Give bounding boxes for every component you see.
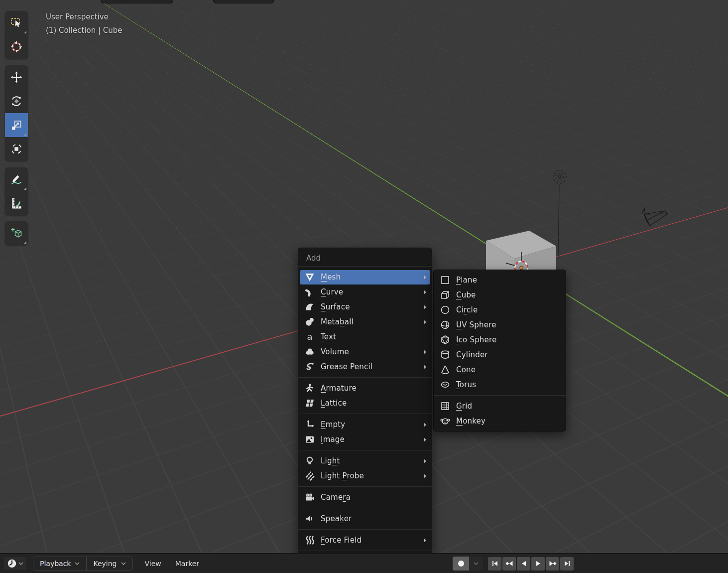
add-menu-title: Add xyxy=(298,248,432,266)
next-keyframe-button[interactable] xyxy=(546,557,559,571)
transport-controls xyxy=(488,557,574,571)
rotate-icon xyxy=(10,95,23,108)
menu-item-ico-sphere[interactable]: Ico Sphere xyxy=(434,332,566,347)
menu-item-cylinder[interactable]: Cylinder xyxy=(434,347,566,362)
menu-item-volume[interactable]: Volume xyxy=(298,344,432,359)
play-reverse-button[interactable] xyxy=(517,557,530,571)
blender-window: User Perspective (1) Collection | Cube A… xyxy=(0,0,728,573)
menu-item-circle[interactable]: Circle xyxy=(434,302,566,317)
menu-item-torus[interactable]: Torus xyxy=(434,377,566,392)
tool-button-measure[interactable] xyxy=(5,191,28,215)
metaball-icon xyxy=(304,316,315,327)
jump-end-button[interactable] xyxy=(560,557,574,571)
menu-item-light[interactable]: Light xyxy=(298,453,432,468)
jump-start-button[interactable] xyxy=(488,557,501,571)
record-dot-icon xyxy=(458,560,465,567)
tool-group xyxy=(5,167,28,215)
cube-icon xyxy=(440,289,451,300)
light-icon xyxy=(304,455,315,466)
menu-item-curve[interactable]: Curve xyxy=(298,285,432,299)
menu-item-label: Text xyxy=(321,332,422,341)
menu-view[interactable]: View xyxy=(138,560,168,568)
menu-item-label: Lattice xyxy=(321,399,422,408)
measure-icon xyxy=(10,197,23,210)
menu-separator xyxy=(298,414,432,414)
tool-button-select-box[interactable] xyxy=(5,11,28,35)
menu-item-grease-pencil[interactable]: Grease Pencil xyxy=(298,359,432,374)
force-field-icon xyxy=(304,535,315,546)
menu-playback[interactable]: Playback xyxy=(33,557,86,570)
menu-item-mesh[interactable]: Mesh xyxy=(298,270,432,285)
tool-button-cursor-tool[interactable] xyxy=(5,35,28,59)
menu-item-surface[interactable]: Surface xyxy=(298,299,432,314)
menu-item-label: Image xyxy=(321,435,422,444)
menu-item-label: Cylinder xyxy=(456,350,556,359)
add-menu: Add MeshCurveSurfaceMetaballaTextVolumeG… xyxy=(298,248,432,573)
menu-item-text[interactable]: aText xyxy=(298,329,432,344)
tool-button-scale[interactable] xyxy=(5,113,28,137)
menu-item-armature[interactable]: Armature xyxy=(298,381,432,396)
menu-marker[interactable]: Marker xyxy=(168,560,206,568)
more-tools-corner-icon xyxy=(24,133,26,136)
tool-button-move[interactable] xyxy=(5,65,28,89)
timeline-header-bar: PlaybackKeying View Marker xyxy=(0,553,728,573)
grid-icon xyxy=(440,401,451,412)
tool-group xyxy=(5,221,28,245)
menu-item-monkey[interactable]: Monkey xyxy=(434,414,566,429)
top-popover-remnant xyxy=(213,0,274,3)
torus-icon xyxy=(440,379,451,390)
editor-type-button[interactable] xyxy=(4,557,26,570)
chevron-down-icon xyxy=(75,562,80,566)
light-object[interactable] xyxy=(553,170,566,183)
menu-item-plane[interactable]: Plane xyxy=(434,273,566,287)
tool-button-annotate[interactable] xyxy=(5,167,28,191)
mesh-submenu: PlaneCubeCircleUV SphereIco SphereCylind… xyxy=(433,270,566,431)
record-button[interactable] xyxy=(453,557,469,571)
menu-item-label: Curve xyxy=(321,287,422,296)
camera-object[interactable] xyxy=(642,209,668,226)
jump-start-icon xyxy=(491,560,499,568)
menu-item-speaker[interactable]: Speaker xyxy=(298,511,432,526)
grease-pencil-icon xyxy=(304,361,315,372)
menu-item-light-probe[interactable]: Light Probe xyxy=(298,468,432,483)
play-icon xyxy=(534,560,542,568)
light-stem-line xyxy=(558,184,559,259)
menu-item-lattice[interactable]: Lattice xyxy=(298,396,432,411)
plane-icon xyxy=(440,275,451,286)
menu-item-label: Camera xyxy=(321,493,422,502)
submenu-arrow-icon xyxy=(422,473,427,479)
add-cube-icon xyxy=(10,227,23,240)
viewport-header: User Perspective (1) Collection | Cube xyxy=(46,10,122,37)
uv-sphere-icon xyxy=(440,319,451,330)
menu-separator xyxy=(298,486,432,487)
menu-item-image[interactable]: Image xyxy=(298,432,432,447)
menu-item-uv-sphere[interactable]: UV Sphere xyxy=(434,317,566,332)
menu-item-label: Speaker xyxy=(321,514,422,523)
menu-separator xyxy=(298,450,432,450)
armature-icon xyxy=(304,383,315,394)
menu-item-cube[interactable]: Cube xyxy=(434,287,566,302)
menu-item-empty[interactable]: Empty xyxy=(298,417,432,432)
menu-item-grid[interactable]: Grid xyxy=(434,399,566,414)
tool-button-add-cube[interactable] xyxy=(5,221,28,245)
tool-button-transform[interactable] xyxy=(5,137,28,161)
record-options-button[interactable] xyxy=(469,557,483,571)
toolbar xyxy=(5,11,28,251)
ico-sphere-icon xyxy=(440,334,451,345)
volume-icon xyxy=(304,346,315,357)
menu-item-label: Grease Pencil xyxy=(321,362,422,371)
prev-keyframe-button[interactable] xyxy=(502,557,516,571)
tool-button-rotate[interactable] xyxy=(5,89,28,113)
jump-end-icon xyxy=(563,560,571,568)
menu-item-label: Ico Sphere xyxy=(456,335,556,344)
menu-item-metaball[interactable]: Metaball xyxy=(298,314,432,329)
play-button[interactable] xyxy=(531,557,545,571)
submenu-arrow-icon xyxy=(422,349,427,355)
menu-item-cone[interactable]: Cone xyxy=(434,362,566,377)
move-icon xyxy=(10,71,23,84)
select-box-icon xyxy=(10,16,23,29)
menu-keying[interactable]: Keying xyxy=(86,557,132,570)
menu-item-camera[interactable]: Camera xyxy=(298,490,432,505)
more-tools-corner-icon xyxy=(24,241,26,244)
menu-item-force-field[interactable]: Force Field xyxy=(298,533,432,548)
